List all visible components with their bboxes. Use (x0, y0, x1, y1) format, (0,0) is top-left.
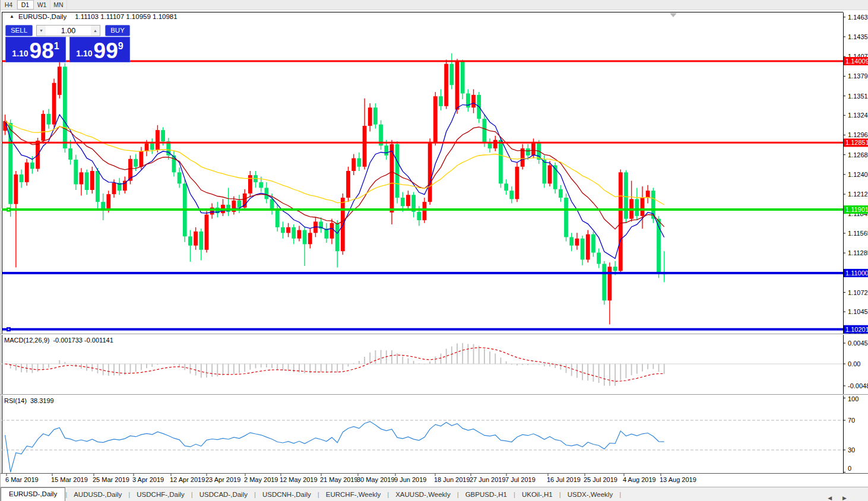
svg-text:1.10201: 1.10201 (845, 326, 868, 333)
svg-text:1.14355: 1.14355 (848, 33, 868, 40)
rsi-plot (2, 420, 843, 473)
timeframe-button-w1[interactable]: W1 (34, 0, 50, 9)
buy-price-pipette: 9 (118, 41, 123, 52)
timeframe-button-mn[interactable]: MN (50, 0, 67, 9)
sell-price-pipette: 1 (54, 41, 59, 52)
tab-scroll-left-icon[interactable]: ◀ (822, 495, 837, 501)
chart-symbol-label: EURUSD-,Daily (18, 13, 66, 20)
svg-text:12 Apr 2019: 12 Apr 2019 (170, 476, 205, 483)
tab-scroll-controls: ◀▶ (822, 495, 868, 501)
sell-price-big-digits: 98 (30, 42, 54, 60)
symbol-tab-usdx[interactable]: USDX-,Weekly (561, 489, 619, 501)
symbol-tab-audusd[interactable]: AUDUSD-,Daily (67, 489, 128, 501)
collapse-panel-arrow[interactable]: ▲ (9, 14, 14, 19)
svg-text:1.10725: 1.10725 (848, 289, 868, 296)
candles (3, 53, 666, 325)
svg-text:4 Aug 2019: 4 Aug 2019 (623, 476, 656, 483)
svg-text:30 May 2019: 30 May 2019 (357, 476, 395, 483)
symbol-tab-eurchf[interactable]: EURCHF-,Weekly (319, 489, 387, 501)
buy-price-quote[interactable]: 1.10 99 9 (69, 37, 130, 62)
chart-shift-marker-icon (670, 13, 677, 17)
sell-button[interactable]: SELL (5, 25, 33, 36)
rsi-name: RSI(14) (4, 397, 27, 404)
timeframe-button-d1[interactable]: D1 (17, 0, 34, 9)
buy-price-big-digits: 99 (94, 42, 118, 60)
svg-text:1.12851: 1.12851 (845, 139, 868, 146)
macd-values: -0.001733 -0.001141 (53, 337, 113, 344)
date-axis: 6 Mar 201915 Mar 201925 Mar 20193 Apr 20… (5, 474, 696, 483)
svg-text:1.12680: 1.12680 (848, 151, 868, 158)
price-axis: 1.146351.143551.140751.137951.135151.132… (843, 14, 868, 335)
svg-text:0.00: 0.00 (848, 360, 860, 367)
symbol-tab-gbpusd[interactable]: GBPUSD-,H1 (459, 489, 514, 501)
rsi-value: 38.3199 (30, 397, 54, 404)
svg-text:-0.004806: -0.004806 (848, 382, 868, 389)
tab-scroll-right-icon[interactable]: ▶ (837, 495, 852, 501)
svg-text:1.13240: 1.13240 (848, 112, 868, 119)
svg-text:1.11565: 1.11565 (848, 230, 868, 237)
symbol-tab-ukoil[interactable]: UKOil-,H1 (515, 489, 559, 501)
chart-title: EURUSD-,Daily1.11103 1.11107 1.10959 1.1… (18, 13, 178, 20)
rsi-axis: 10070300 (843, 395, 859, 473)
sell-price-prefix: 1.10 (12, 49, 28, 58)
svg-text:1.11285: 1.11285 (848, 249, 868, 256)
macd-name: MACD(12,26,9) (4, 337, 49, 344)
svg-text:2 May 2019: 2 May 2019 (244, 476, 278, 483)
svg-text:70: 70 (848, 417, 855, 424)
svg-text:1.11000: 1.11000 (845, 269, 868, 277)
svg-text:1.13795: 1.13795 (848, 72, 868, 80)
volume-input[interactable] (46, 26, 91, 36)
volume-increase-button[interactable]: ▲ (91, 26, 100, 36)
chart-tab-bar: EURUSD-,Daily|AUDUSD-,Daily|USDCHF-,Dail… (1, 487, 868, 501)
svg-text:25 Jul 2019: 25 Jul 2019 (584, 476, 617, 483)
macd-indicator-label: MACD(12,26,9)-0.001733 -0.001141 (4, 337, 113, 344)
macd-plot (2, 343, 843, 386)
timeframe-button-h4[interactable]: H4 (1, 0, 17, 9)
svg-text:100: 100 (848, 395, 859, 402)
svg-text:27 Jun 2019: 27 Jun 2019 (470, 476, 506, 483)
svg-text:1.14635: 1.14635 (848, 14, 868, 21)
svg-text:1.11901: 1.11901 (845, 206, 868, 213)
buy-button[interactable]: BUY (105, 25, 130, 36)
svg-text:15 Mar 2019: 15 Mar 2019 (51, 476, 88, 483)
timeframe-toolbar: H4D1W1MN (1, 0, 868, 10)
symbol-tab-xauusd[interactable]: XAUUSD-,Weekly (389, 489, 457, 501)
svg-text:16 Jul 2019: 16 Jul 2019 (547, 476, 581, 483)
symbol-tab-usdcnh[interactable]: USDCNH-,Daily (256, 489, 318, 501)
svg-text:1.13515: 1.13515 (848, 93, 868, 100)
svg-text:0: 0 (848, 465, 851, 472)
svg-text:13 Aug 2019: 13 Aug 2019 (660, 476, 696, 483)
chart-ohlc-values: 1.11103 1.11107 1.10959 1.10981 (75, 13, 177, 20)
svg-text:1.14009: 1.14009 (845, 58, 868, 65)
chart-canvas[interactable]: 1.146351.143551.140751.137951.135151.132… (1, 0, 868, 501)
svg-text:1.12400: 1.12400 (848, 171, 868, 178)
svg-text:23 Apr 2019: 23 Apr 2019 (205, 476, 240, 483)
macd-axis: 0.0045170.00-0.004806 (843, 340, 868, 389)
sell-price-quote[interactable]: 1.10 98 1 (5, 37, 66, 62)
svg-text:30: 30 (848, 446, 855, 454)
one-click-trading-panel: SELL ▼ ▲ BUY 1.10 98 1 1.10 99 9 (5, 25, 130, 62)
buy-price-prefix: 1.10 (76, 49, 92, 58)
symbol-tab-eurusd[interactable]: EURUSD-,Daily (1, 487, 65, 501)
svg-text:7 Jul 2019: 7 Jul 2019 (505, 476, 536, 483)
svg-text:9 Jun 2019: 9 Jun 2019 (394, 476, 426, 483)
tab-separator: | (619, 489, 621, 501)
symbol-tab-usdcad[interactable]: USDCAD-,Daily (193, 489, 254, 501)
svg-text:6 Mar 2019: 6 Mar 2019 (5, 476, 39, 483)
svg-text:3 Apr 2019: 3 Apr 2019 (132, 476, 164, 483)
horizontal-level-lines (2, 61, 843, 331)
mt4-window: H4D1W1MN 1.146351.143551.140751.137951.1… (0, 0, 868, 501)
svg-text:1.10450: 1.10450 (848, 308, 868, 315)
svg-text:1.12960: 1.12960 (848, 131, 868, 138)
svg-text:0.004517: 0.004517 (848, 340, 868, 347)
svg-text:18 Jun 2019: 18 Jun 2019 (434, 476, 470, 483)
svg-text:21 May 2019: 21 May 2019 (320, 476, 358, 483)
rsi-indicator-label: RSI(14)38.3199 (4, 397, 54, 404)
volume-decrease-button[interactable]: ▼ (37, 26, 46, 36)
svg-text:1.12120: 1.12120 (848, 191, 868, 198)
volume-stepper: ▼ ▲ (36, 25, 100, 36)
symbol-tab-usdchf[interactable]: USDCHF-,Daily (130, 489, 191, 501)
svg-text:12 May 2019: 12 May 2019 (280, 476, 318, 483)
svg-text:25 Mar 2019: 25 Mar 2019 (93, 476, 129, 483)
